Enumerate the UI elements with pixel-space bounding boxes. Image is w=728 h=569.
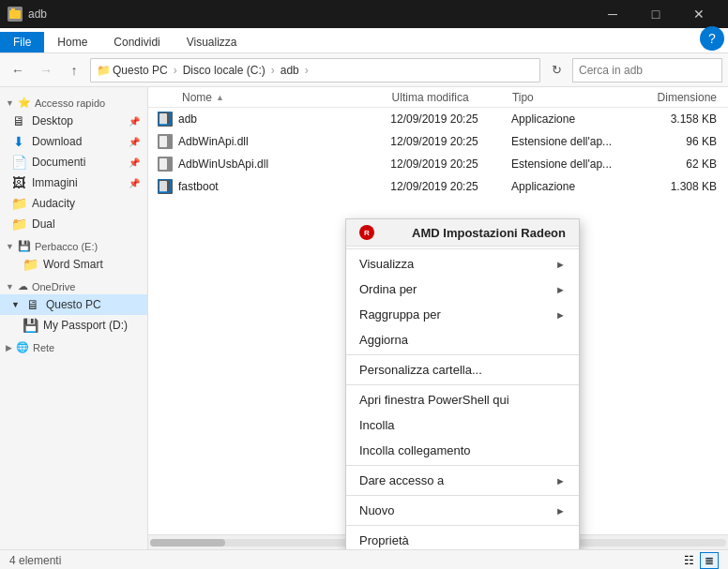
sidebar-item-immagini[interactable]: 🖼 Immagini 📌 (0, 172, 147, 193)
sidebar-item-download[interactable]: ⬇ Download 📌 (0, 131, 147, 152)
search-box[interactable] (572, 58, 722, 82)
sidebar-item-word-smart[interactable]: 📁 Word Smart (0, 254, 147, 275)
ctx-item-proprieta[interactable]: Proprietà (346, 528, 579, 549)
up-button[interactable]: ↑ (62, 58, 86, 82)
ctx-item-visualizza[interactable]: Visualizza ► (346, 251, 579, 277)
ctx-label: Apri finestra PowerShell qui (359, 393, 509, 407)
tab-visualizza[interactable]: Visualizza (174, 32, 250, 52)
ctx-label: Dare accesso a (359, 473, 444, 487)
ctx-label: Visualizza (359, 257, 414, 271)
ctx-item-nuovo[interactable]: Nuovo ► (346, 498, 579, 523)
ctx-separator (346, 248, 579, 249)
minimize-button[interactable]: ─ (591, 0, 634, 28)
svg-rect-2 (11, 8, 15, 11)
list-view-button[interactable]: ☷ (679, 552, 698, 569)
maximize-button[interactable]: □ (634, 0, 677, 28)
ctx-label: Nuovo (359, 503, 395, 517)
submenu-arrow: ► (555, 505, 566, 517)
title-bar: adb ─ □ ✕ (0, 0, 728, 28)
sidebar-rete-label: Rete (33, 342, 54, 353)
breadcrumb[interactable]: 📁 Questo PC › Disco locale (C:) › adb › (90, 58, 540, 82)
ctx-separator (346, 384, 579, 385)
audacity-icon: 📁 (11, 196, 26, 211)
ctx-item-aggiorna[interactable]: Aggiorna (346, 327, 579, 352)
amd-icon: R (359, 225, 374, 240)
sidebar-section-onedrive[interactable]: ▼ ☁ OneDrive (0, 275, 147, 294)
context-menu: R AMD Impostazioni Radeon Visualizza ► O… (345, 218, 580, 549)
status-bar: 4 elementi ☷ ≣ (0, 549, 728, 569)
sidebar-section-perbacco[interactable]: ▼ 💾 Perbacco (E:) (0, 234, 147, 254)
ctx-label: Incolla collegamento (359, 443, 471, 457)
view-controls: ☷ ≣ (679, 552, 719, 569)
window-title: adb (28, 7, 47, 21)
help-button[interactable]: ? (700, 26, 724, 51)
main-layout: ▼ ⭐ Accesso rapido 🖥 Desktop 📌 ⬇ Downloa… (0, 87, 728, 549)
tab-home[interactable]: Home (44, 32, 100, 52)
sidebar-item-documenti[interactable]: 📄 Documenti 📌 (0, 152, 147, 172)
breadcrumb-item: 📁 (97, 64, 111, 77)
sidebar-section-label: Accesso rapido (35, 97, 105, 109)
ctx-label: Aggiorna (359, 333, 408, 347)
ctx-item-personalizza[interactable]: Personalizza cartella... (346, 357, 579, 382)
sidebar: ▼ ⭐ Accesso rapido 🖥 Desktop 📌 ⬇ Downloa… (0, 87, 148, 549)
tab-file[interactable]: File (0, 32, 44, 52)
questo-pc-icon: 🖥 (25, 297, 40, 312)
close-button[interactable]: ✕ (677, 0, 720, 28)
breadcrumb-disco[interactable]: Disco locale (C:) (181, 64, 267, 77)
ctx-item-powershell[interactable]: Apri finestra PowerShell qui (346, 387, 579, 412)
submenu-arrow: ► (555, 259, 566, 270)
address-bar: ← → ↑ 📁 Questo PC › Disco locale (C:) › … (0, 53, 728, 87)
window-controls: ─ □ ✕ (591, 0, 720, 28)
sidebar-perbacco-label: Perbacco (E:) (35, 241, 98, 252)
desktop-icon: 🖥 (11, 113, 26, 128)
ctx-label: Personalizza cartella... (359, 363, 482, 377)
breadcrumb-questo-pc[interactable]: Questo PC (111, 64, 170, 77)
sidebar-section-rete[interactable]: ▶ 🌐 Rete (0, 336, 147, 355)
content-area: Nome ▲ Ultima modifica Tipo Dimensione a… (148, 87, 728, 549)
ctx-item-raggruppa-per[interactable]: Raggruppa per ► (346, 302, 579, 327)
ctx-item-ordina-per[interactable]: Ordina per ► (346, 277, 579, 302)
sidebar-item-audacity[interactable]: 📁 Audacity (0, 193, 147, 214)
tab-condividi[interactable]: Condividi (100, 32, 173, 52)
ctx-separator (346, 495, 579, 496)
submenu-arrow: ► (555, 284, 566, 295)
refresh-button[interactable]: ↻ (544, 58, 569, 82)
sidebar-item-my-passport[interactable]: 💾 My Passport (D:) (0, 315, 147, 336)
back-button[interactable]: ← (6, 58, 30, 82)
ctx-item-incolla[interactable]: Incolla (346, 412, 579, 438)
sidebar-item-desktop[interactable]: 🖥 Desktop 📌 (0, 111, 147, 131)
documenti-icon: 📄 (11, 155, 26, 170)
ctx-label: Incolla (359, 418, 395, 432)
ctx-label: Raggruppa per (359, 307, 441, 322)
sidebar-item-dual[interactable]: 📁 Dual (0, 214, 147, 234)
ribbon: File Home Condividi Visualizza ? (0, 28, 728, 53)
forward-button[interactable]: → (34, 58, 58, 82)
submenu-arrow: ► (555, 475, 566, 487)
submenu-arrow: ► (555, 309, 566, 321)
breadcrumb-adb[interactable]: adb (279, 64, 301, 77)
sidebar-item-questo-pc[interactable]: ▼ 🖥 Questo PC (0, 294, 147, 315)
sidebar-section-accesso-rapido[interactable]: ▼ ⭐ Accesso rapido (0, 91, 147, 111)
svg-rect-1 (9, 10, 21, 19)
ctx-amd-label: AMD Impostazioni Radeon (412, 226, 566, 240)
ctx-item-amd[interactable]: R AMD Impostazioni Radeon (346, 219, 579, 247)
app-icon (8, 7, 23, 22)
download-icon: ⬇ (11, 134, 26, 149)
immagini-icon: 🖼 (11, 175, 26, 190)
ctx-label: Proprietà (359, 533, 409, 547)
my-passport-icon: 💾 (23, 318, 38, 333)
sidebar-onedrive-label: OneDrive (32, 281, 75, 292)
ctx-separator (346, 354, 579, 355)
item-count: 4 elementi (9, 554, 61, 567)
ctx-item-incolla-collegamento[interactable]: Incolla collegamento (346, 438, 579, 463)
ctx-separator (346, 465, 579, 466)
detail-view-button[interactable]: ≣ (700, 552, 719, 569)
context-menu-overlay[interactable]: R AMD Impostazioni Radeon Visualizza ► O… (148, 87, 728, 549)
ctx-item-dare-accesso[interactable]: Dare accesso a ► (346, 468, 579, 493)
dual-icon: 📁 (11, 217, 26, 232)
ctx-label: Ordina per (359, 282, 417, 296)
search-input[interactable] (579, 64, 716, 77)
word-smart-icon: 📁 (23, 257, 38, 272)
ctx-separator (346, 525, 579, 526)
